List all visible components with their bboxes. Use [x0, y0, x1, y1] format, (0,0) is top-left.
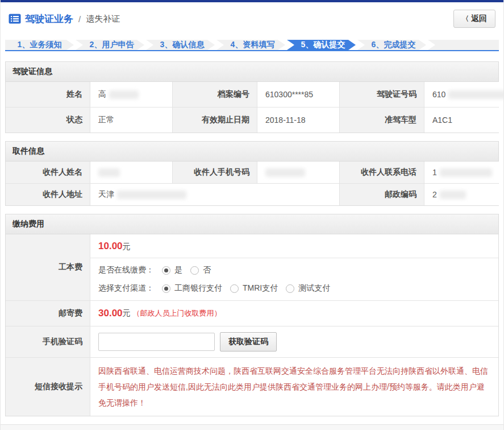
online-pay-row: 是否在线缴费： 是 否: [90, 258, 498, 279]
pay-channel-row: 选择支付渠道： 工商银行支付 TMRI支付 测试支付: [90, 279, 498, 300]
back-button[interactable]: 〈 返回: [453, 10, 495, 28]
redacted-value: [440, 191, 466, 199]
redacted-value: [98, 168, 120, 177]
radio-icon: [190, 266, 199, 275]
chevron-left-icon: 〈: [462, 14, 469, 24]
expiry-value: 2018-11-18: [257, 108, 339, 133]
channel-test-radio[interactable]: 测试支付: [286, 283, 330, 293]
step-filler: [428, 40, 499, 50]
captcha-cell: 获取验证码: [90, 326, 498, 357]
step-3-confirm-info: 3、确认信息: [146, 40, 215, 50]
address-value: 天津: [90, 184, 339, 205]
license-info-title: 驾驶证信息: [6, 62, 498, 82]
postcode-label: 邮政编码: [340, 184, 424, 205]
pickup-info-table: 收件人姓名 收件人手机号码 收件人联系电话 1 收件人地址 天津 邮政编码 2: [6, 162, 498, 205]
class-label: 准驾车型: [340, 108, 424, 133]
radio-icon: [286, 284, 294, 293]
license-info-table: 姓名 高 档案编号 610300****85 驾驶证号码 610 状态 正常 有…: [6, 82, 498, 133]
breadcrumb-divider: /: [78, 14, 81, 24]
status-label: 状态: [6, 108, 90, 133]
redacted-value: [109, 90, 139, 99]
list-icon: [9, 14, 21, 24]
production-fee-label: 工本费: [6, 234, 90, 300]
online-pay-no-radio[interactable]: 否: [190, 265, 211, 275]
production-fee-amount: 10.00: [98, 241, 123, 251]
phone-value: 1: [424, 162, 500, 183]
pickup-info-section: 取件信息 收件人姓名 收件人手机号码 收件人联系电话 1 收件人地址 天津 邮政…: [5, 141, 499, 206]
mobile-label: 收件人手机号码: [173, 162, 257, 183]
captcha-label: 手机验证码: [6, 326, 90, 357]
channel-test-label: 测试支付: [298, 283, 330, 293]
file-no-value: 610300****85: [257, 82, 339, 107]
step-6-finish-submit: 6、完成提交: [357, 40, 426, 50]
step-4-fill-data: 4、资料填写: [216, 40, 285, 50]
redacted-value: [117, 191, 186, 199]
status-value: 正常: [90, 108, 172, 133]
step-wizard: 1、业务须知 2、用户申告 3、确认信息 4、资料填写 5、确认提交 6、完成提…: [5, 40, 499, 51]
mobile-value: [257, 162, 339, 183]
recipient-name-value: [90, 162, 172, 183]
postcode-value: 2: [424, 184, 500, 205]
mail-fee-unit: 元: [123, 308, 131, 319]
breadcrumb: 驾驶证业务 / 遗失补证: [9, 13, 120, 26]
name-label: 姓名: [6, 82, 90, 107]
sms-note-cell: 因陕西省联通、电信运营商技术问题，陕西省互联网交通安全综合服务管理平台无法向持陕…: [90, 358, 498, 416]
page-subtitle: 遗失补证: [86, 14, 120, 24]
mail-fee-note: （邮政人员上门收取费用）: [133, 308, 222, 319]
channel-icbc-label: 工商银行支付: [174, 283, 222, 293]
channel-tmri-label: TMRI支付: [243, 283, 278, 293]
online-pay-yes-radio[interactable]: 是: [162, 265, 182, 275]
pay-channel-question: 选择支付渠道：: [98, 283, 154, 293]
production-fee-amount-row: 10.00元: [90, 234, 498, 258]
sms-note-text: 因陕西省联通、电信运营商技术问题，陕西省互联网交通安全综合服务管理平台无法向持陕…: [90, 358, 498, 416]
online-pay-no-label: 否: [203, 265, 211, 275]
recipient-name-label: 收件人姓名: [6, 162, 90, 183]
captcha-input[interactable]: [98, 333, 215, 351]
license-info-section: 驾驶证信息 姓名 高 档案编号 610300****85 驾驶证号码 610 状…: [5, 61, 499, 133]
sms-note-label: 短信接收提示: [6, 358, 90, 416]
name-value: 高: [90, 82, 172, 107]
radio-icon: [162, 284, 170, 293]
redacted-value: [265, 168, 305, 177]
production-fee-cell: 10.00元 是否在线缴费： 是 否 选择支付渠道： 工商银行支付 TMRI支付…: [90, 234, 498, 300]
mail-fee-amount: 30.00: [98, 308, 123, 319]
online-pay-question: 是否在线缴费：: [98, 265, 154, 275]
license-no-value: 610: [424, 82, 504, 107]
main-content: 驾驶证信息 姓名 高 档案编号 610300****85 驾驶证号码 610 状…: [1, 51, 503, 424]
action-footer: 上一步 完成: [1, 424, 503, 430]
fees-title: 缴纳费用: [6, 214, 498, 234]
redacted-value: [440, 168, 492, 177]
mail-fee-value: 30.00元（邮政人员上门收取费用）: [90, 301, 498, 326]
online-pay-yes-label: 是: [174, 265, 182, 275]
license-no-label: 驾驶证号码: [340, 82, 424, 107]
channel-tmri-radio[interactable]: TMRI支付: [230, 283, 278, 293]
channel-icbc-radio[interactable]: 工商银行支付: [162, 283, 222, 293]
phone-label: 收件人联系电话: [340, 162, 424, 183]
radio-icon: [162, 266, 170, 275]
fees-section: 缴纳费用 工本费 10.00元 是否在线缴费： 是 否 选择支付渠道： 工商银行…: [5, 214, 499, 416]
expiry-label: 有效期止日期: [173, 108, 257, 133]
back-button-label: 返回: [471, 14, 487, 24]
radio-icon: [230, 284, 239, 293]
file-no-label: 档案编号: [173, 82, 257, 107]
fees-table: 工本费 10.00元 是否在线缴费： 是 否 选择支付渠道： 工商银行支付 TM…: [6, 234, 498, 416]
page-title: 驾驶证业务: [25, 13, 73, 26]
step-2-user-declaration: 2、用户申告: [76, 40, 144, 50]
production-fee-unit: 元: [123, 242, 131, 251]
address-label: 收件人地址: [6, 184, 90, 205]
redacted-value: [448, 90, 504, 99]
page-header: 驾驶证业务 / 遗失补证 〈 返回: [1, 2, 503, 35]
mail-fee-label: 邮寄费: [6, 301, 90, 326]
step-1-business-notice: 1、业务须知: [5, 40, 74, 50]
class-value: A1C1: [424, 108, 504, 133]
get-captcha-button[interactable]: 获取验证码: [220, 332, 277, 352]
step-5-confirm-submit: 5、确认提交: [287, 40, 356, 50]
pickup-info-title: 取件信息: [6, 142, 498, 162]
